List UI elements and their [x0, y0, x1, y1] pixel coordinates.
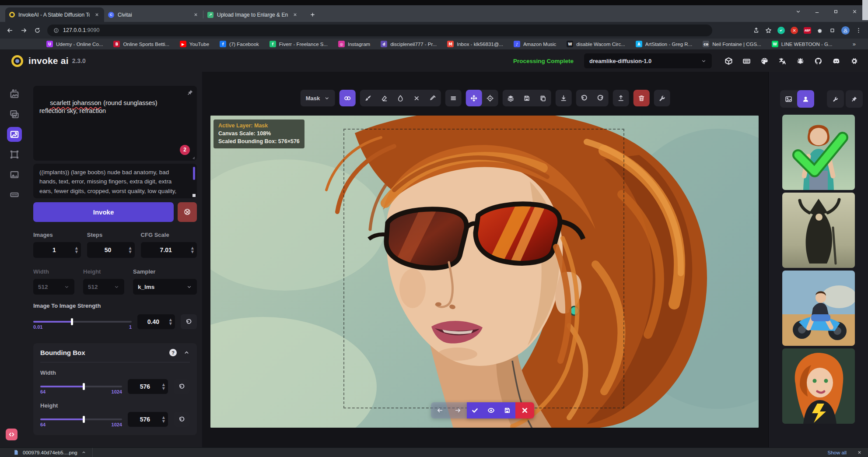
extensions-puzzle-icon[interactable] [817, 27, 823, 34]
bounding-box-outline[interactable] [343, 129, 624, 408]
bbox-width-slider[interactable]: 64 1024 [40, 386, 122, 387]
tab-invokeai[interactable]: InvokeAI - A Stable Diffusion Too [5, 7, 104, 22]
prompt-input[interactable]: scarlettjohansson(round sunglasses) refl… [33, 86, 197, 161]
bookmark-item[interactable]: f Fiverr - Freelance S... [270, 41, 328, 47]
bookmark-item[interactable]: W LINE WEBTOON - G... [772, 41, 833, 47]
tab-image-to-image[interactable] [7, 107, 22, 122]
gallery-thumbnail-4[interactable] [782, 348, 855, 424]
window-minimize-button[interactable] [814, 9, 820, 14]
resize-handle[interactable] [192, 194, 196, 197]
collapse-chevron-icon[interactable] [183, 349, 190, 356]
download-chevron-icon[interactable] [81, 450, 86, 455]
share-icon[interactable] [753, 27, 760, 34]
gallery-thumbnail-2[interactable] [782, 193, 855, 268]
save-to-gallery-button[interactable] [499, 402, 515, 418]
reset-view-button[interactable] [482, 90, 498, 106]
resize-handle-icon[interactable] [190, 154, 196, 160]
canvas-settings-button[interactable] [654, 90, 670, 106]
bbox-height-slider[interactable]: 64 1024 [40, 418, 122, 420]
language-button[interactable] [775, 54, 789, 68]
bookmark-item[interactable]: U Udemy - Online Co... [46, 41, 103, 47]
browser-menu-icon[interactable] [855, 27, 862, 34]
bookmark-item[interactable]: ♪ Amazon Music [514, 41, 556, 47]
new-tab-button[interactable] [307, 9, 318, 20]
window-close-button[interactable] [852, 9, 858, 14]
gallery-settings-button[interactable] [827, 90, 844, 108]
accept-image-button[interactable] [467, 402, 483, 418]
tab-nodes[interactable] [7, 147, 22, 162]
model-manager-button[interactable] [721, 54, 735, 68]
discord-button[interactable] [829, 54, 843, 68]
negative-prompt-scrollbar[interactable] [193, 167, 195, 180]
upload-image-button[interactable] [612, 90, 629, 106]
save-canvas-button[interactable] [518, 90, 535, 106]
sampler-select[interactable]: k_lms [133, 279, 197, 295]
strength-stepper[interactable] [169, 318, 172, 325]
bookmarks-overflow-chevron[interactable]: » [853, 41, 859, 47]
steps-input[interactable]: 50 [87, 242, 135, 258]
negative-prompt-input[interactable]: ((implants)) (large boobs) nude bad anat… [33, 164, 197, 198]
merge-visible-button[interactable] [502, 90, 518, 106]
github-button[interactable] [811, 54, 825, 68]
strength-slider[interactable]: 0.01 1 [33, 321, 132, 323]
theme-button[interactable] [757, 54, 771, 68]
bookmark-item[interactable]: B Online Sports Betti... [113, 41, 169, 47]
tab-training[interactable] [7, 187, 22, 202]
bookmark-item[interactable]: A ArtStation - Greg R... [636, 41, 692, 47]
brush-tool-button[interactable] [360, 90, 376, 106]
tab-unified-canvas[interactable] [7, 127, 22, 142]
window-maximize-button[interactable] [833, 9, 839, 14]
copy-to-clipboard-button[interactable] [535, 90, 551, 106]
gallery-thumbnail-3[interactable] [782, 271, 855, 346]
cancel-button[interactable] [178, 202, 197, 222]
redo-button[interactable] [592, 90, 608, 106]
tab-post-processing[interactable] [7, 167, 22, 182]
bookmark-item[interactable]: f (7) Facebook [220, 41, 259, 47]
window-menu-chevron-icon[interactable] [795, 9, 801, 14]
bookmark-item[interactable]: ◎ Instagram [338, 41, 370, 47]
strength-reset-button[interactable] [181, 314, 197, 329]
bookmark-item[interactable]: W disable Wacom Circ... [567, 41, 625, 47]
images-input[interactable]: 1 [33, 242, 81, 258]
bbox-height-input[interactable]: 576 [128, 412, 168, 427]
discard-image-button[interactable] [515, 402, 534, 418]
brush-options-button[interactable] [445, 90, 461, 106]
images-stepper[interactable] [75, 246, 78, 253]
bookmark-item[interactable]: d discipleneil777 - Pr... [381, 41, 437, 47]
undo-button[interactable] [576, 90, 592, 106]
profile-avatar[interactable] [841, 26, 850, 35]
gallery-thumbnail-1[interactable] [782, 115, 855, 190]
strength-input[interactable]: 0.40 [137, 314, 175, 329]
hotkeys-button[interactable] [739, 54, 753, 68]
previous-image-button[interactable] [431, 402, 449, 418]
tab-close-icon[interactable] [93, 11, 100, 18]
bbox-width-input[interactable]: 576 [128, 379, 168, 394]
bookmark-star-icon[interactable] [765, 27, 772, 34]
tab-close-icon[interactable] [291, 11, 298, 18]
url-field[interactable]: 127.0.0.1:9090 [47, 25, 712, 36]
color-picker-button[interactable] [424, 90, 441, 106]
forward-button[interactable] [20, 27, 28, 34]
bookmark-item[interactable]: M Inbox - klk56831@... [447, 41, 503, 47]
download-item[interactable]: 000979.40d74eb5....png [0, 448, 92, 457]
erase-bounding-box-button[interactable] [408, 90, 424, 106]
layer-select[interactable]: Mask [301, 90, 335, 106]
gallery-pin-button[interactable] [846, 90, 863, 108]
grammarly-extension-icon[interactable] [777, 27, 785, 34]
mask-visibility-button[interactable] [339, 90, 355, 106]
download-canvas-button[interactable] [555, 90, 571, 106]
show-hide-image-button[interactable] [483, 402, 499, 418]
move-tool-button[interactable] [466, 90, 482, 106]
close-shelf-button[interactable] [857, 450, 862, 455]
gallery-images-tab[interactable] [780, 90, 797, 108]
adblock-extension-icon[interactable] [804, 27, 811, 34]
cfg-input[interactable]: 7.01 [141, 242, 197, 258]
eraser-tool-button[interactable] [376, 90, 392, 106]
sidebar-panel-icon[interactable] [829, 27, 836, 34]
help-icon[interactable] [169, 349, 177, 356]
width-select[interactable]: 512 [33, 279, 74, 295]
canvas[interactable]: Active Layer: Mask Canvas Scale: 108% Sc… [210, 116, 759, 428]
bbox-height-stepper[interactable] [162, 416, 165, 423]
tab-text-to-image[interactable] [7, 87, 22, 102]
steps-stepper[interactable] [129, 246, 131, 253]
